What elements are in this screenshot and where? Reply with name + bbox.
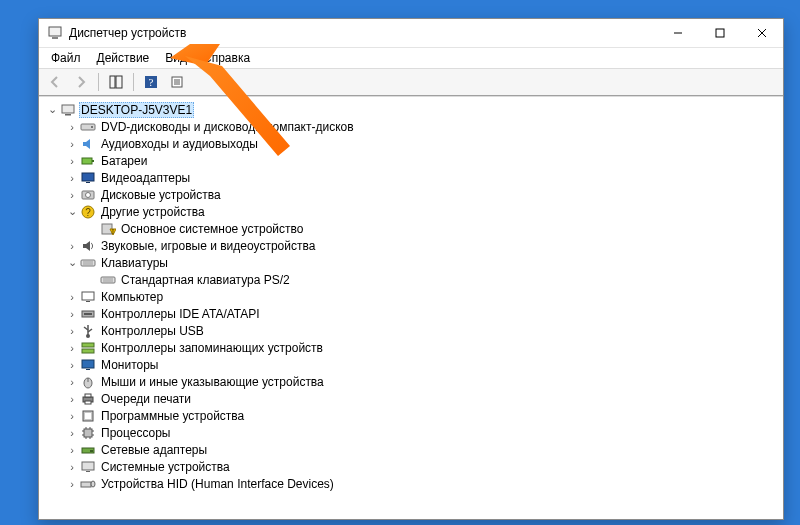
tree-label: DVD-дисководы и дисководы компакт-дисков bbox=[99, 120, 356, 134]
tree-label: Контроллеры IDE ATA/ATAPI bbox=[99, 307, 262, 321]
svg-point-17 bbox=[91, 126, 93, 128]
tree-label: Аудиовходы и аудиовыходы bbox=[99, 137, 260, 151]
chevron-right-icon[interactable]: › bbox=[65, 189, 79, 201]
minimize-button[interactable] bbox=[657, 19, 699, 47]
tree-node-ide[interactable]: › Контроллеры IDE ATA/ATAPI bbox=[41, 305, 783, 322]
tree-node-usb[interactable]: › Контроллеры USB bbox=[41, 322, 783, 339]
menu-help[interactable]: Справка bbox=[195, 49, 258, 67]
tree-node-print-queues[interactable]: › Очереди печати bbox=[41, 390, 783, 407]
usb-icon bbox=[80, 323, 96, 339]
svg-rect-34 bbox=[82, 292, 94, 300]
chevron-right-icon[interactable]: › bbox=[65, 342, 79, 354]
chevron-down-icon[interactable]: ⌄ bbox=[65, 205, 79, 218]
tree-node-video[interactable]: › Видеоадаптеры bbox=[41, 169, 783, 186]
help-button[interactable]: ? bbox=[139, 71, 163, 93]
tree-node-keyboards[interactable]: ⌄ Клавиатуры bbox=[41, 254, 783, 271]
tree-label: DESKTOP-J5V3VE1 bbox=[79, 102, 194, 118]
tree-node-other[interactable]: ⌄ ? Другие устройства bbox=[41, 203, 783, 220]
svg-rect-6 bbox=[110, 76, 115, 88]
svg-point-67 bbox=[91, 481, 95, 487]
svg-text:?: ? bbox=[85, 207, 91, 218]
tree-label: Программные устройства bbox=[99, 409, 246, 423]
chevron-down-icon[interactable]: ⌄ bbox=[45, 103, 59, 116]
chevron-down-icon[interactable]: ⌄ bbox=[65, 256, 79, 269]
menu-view[interactable]: Вид bbox=[157, 49, 195, 67]
svg-point-23 bbox=[86, 192, 91, 197]
chevron-right-icon[interactable]: › bbox=[65, 325, 79, 337]
device-tree[interactable]: ⌄ DESKTOP-J5V3VE1 › DVD-дисководы и диск… bbox=[39, 96, 783, 519]
tree-node-monitors[interactable]: › Мониторы bbox=[41, 356, 783, 373]
svg-rect-15 bbox=[65, 114, 71, 116]
tree-label: Системные устройства bbox=[99, 460, 232, 474]
chevron-right-icon[interactable]: › bbox=[65, 240, 79, 252]
tree-node-processors[interactable]: › Процессоры bbox=[41, 424, 783, 441]
properties-button[interactable] bbox=[165, 71, 189, 93]
svg-rect-45 bbox=[86, 369, 90, 370]
network-adapter-icon bbox=[80, 442, 96, 458]
chevron-right-icon[interactable]: › bbox=[65, 291, 79, 303]
svg-rect-66 bbox=[81, 482, 91, 487]
app-icon bbox=[47, 25, 63, 41]
svg-rect-65 bbox=[86, 471, 90, 472]
svg-rect-7 bbox=[116, 76, 122, 88]
keyboard-icon bbox=[100, 272, 116, 288]
chevron-right-icon[interactable]: › bbox=[65, 427, 79, 439]
warning-device-icon: ! bbox=[100, 221, 116, 237]
chevron-right-icon[interactable]: › bbox=[65, 172, 79, 184]
printer-icon bbox=[80, 391, 96, 407]
tree-node-audio[interactable]: › Аудиовходы и аудиовыходы bbox=[41, 135, 783, 152]
tree-node-storage-controllers[interactable]: › Контроллеры запоминающих устройств bbox=[41, 339, 783, 356]
svg-rect-19 bbox=[92, 160, 94, 162]
tree-label: Контроллеры запоминающих устройств bbox=[99, 341, 325, 355]
tree-label: Видеоадаптеры bbox=[99, 171, 192, 185]
titlebar: Диспетчер устройств bbox=[39, 19, 783, 48]
chevron-right-icon[interactable]: › bbox=[65, 308, 79, 320]
svg-text:!: ! bbox=[112, 228, 114, 235]
svg-rect-64 bbox=[82, 462, 94, 470]
disc-drive-icon bbox=[80, 119, 96, 135]
tree-node-dvd[interactable]: › DVD-дисководы и дисководы компакт-диск… bbox=[41, 118, 783, 135]
chevron-right-icon[interactable]: › bbox=[65, 393, 79, 405]
tree-node-root[interactable]: ⌄ DESKTOP-J5V3VE1 bbox=[41, 101, 783, 118]
tree-label: Стандартная клавиатура PS/2 bbox=[119, 273, 292, 287]
tree-node-network[interactable]: › Сетевые адаптеры bbox=[41, 441, 783, 458]
tree-node-disk[interactable]: › Дисковые устройства bbox=[41, 186, 783, 203]
svg-rect-52 bbox=[85, 413, 91, 419]
menu-file[interactable]: Файл bbox=[43, 49, 89, 67]
tree-node-sound[interactable]: › Звуковые, игровые и видеоустройства bbox=[41, 237, 783, 254]
tree-label: Очереди печати bbox=[99, 392, 193, 406]
svg-rect-21 bbox=[86, 182, 90, 183]
svg-rect-18 bbox=[82, 158, 92, 164]
tree-node-system[interactable]: › Системные устройства bbox=[41, 458, 783, 475]
svg-rect-3 bbox=[716, 29, 724, 37]
tree-node-batteries[interactable]: › Батареи bbox=[41, 152, 783, 169]
chevron-right-icon[interactable]: › bbox=[65, 478, 79, 490]
chevron-right-icon[interactable]: › bbox=[65, 155, 79, 167]
svg-rect-37 bbox=[84, 313, 92, 315]
tree-label: Звуковые, игровые и видеоустройства bbox=[99, 239, 317, 253]
chevron-right-icon[interactable]: › bbox=[65, 410, 79, 422]
hid-icon bbox=[80, 476, 96, 492]
menu-action[interactable]: Действие bbox=[89, 49, 158, 67]
tree-node-other-child[interactable]: ! Основное системное устройство bbox=[41, 220, 783, 237]
chevron-right-icon[interactable]: › bbox=[65, 359, 79, 371]
chevron-right-icon[interactable]: › bbox=[65, 121, 79, 133]
tree-node-hid[interactable]: › Устройства HID (Human Interface Device… bbox=[41, 475, 783, 492]
menubar: Файл Действие Вид Справка bbox=[39, 48, 783, 68]
tree-node-computer[interactable]: › Компьютер bbox=[41, 288, 783, 305]
tree-node-keyboards-child[interactable]: Стандартная клавиатура PS/2 bbox=[41, 271, 783, 288]
software-device-icon bbox=[80, 408, 96, 424]
close-button[interactable] bbox=[741, 19, 783, 47]
maximize-button[interactable] bbox=[699, 19, 741, 47]
chevron-right-icon[interactable]: › bbox=[65, 138, 79, 150]
tree-label: Устройства HID (Human Interface Devices) bbox=[99, 477, 336, 491]
toolbar: ? bbox=[39, 68, 783, 96]
tree-node-software[interactable]: › Программные устройства bbox=[41, 407, 783, 424]
chevron-right-icon[interactable]: › bbox=[65, 444, 79, 456]
chevron-right-icon[interactable]: › bbox=[65, 376, 79, 388]
tree-node-mice[interactable]: › Мыши и иные указывающие устройства bbox=[41, 373, 783, 390]
show-hide-tree-button[interactable] bbox=[104, 71, 128, 93]
chevron-right-icon[interactable]: › bbox=[65, 461, 79, 473]
nav-back-button bbox=[43, 71, 67, 93]
tree-label: Компьютер bbox=[99, 290, 165, 304]
